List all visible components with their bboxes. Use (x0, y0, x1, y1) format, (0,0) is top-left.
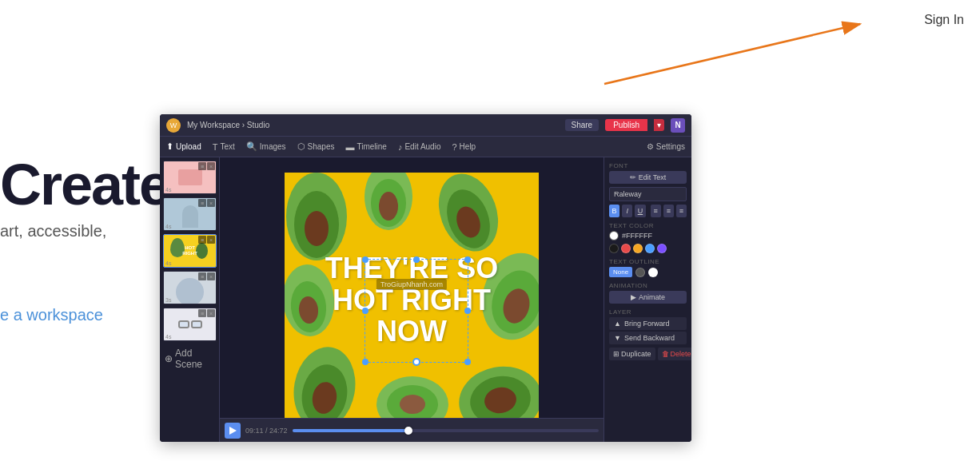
trash-icon: 🗑 (662, 350, 669, 358)
font-section-label: FONT (609, 162, 687, 169)
gear-icon: ⚙ (647, 142, 654, 151)
hero-section: Create art, accessible, e a workspace (0, 156, 136, 324)
font-section: FONT ✏ Edit Text Raleway B I U ≡ ≡ ≡ (609, 162, 687, 217)
timeline-track[interactable] (293, 429, 599, 432)
hero-subtitle: art, accessible, (0, 220, 136, 242)
text-outline-section: TEXT OUTLINE None (609, 258, 687, 277)
right-panel: FONT ✏ Edit Text Raleway B I U ≡ ≡ ≡ (604, 157, 691, 442)
timeline-thumb[interactable] (404, 427, 412, 435)
svg-point-8 (379, 192, 398, 221)
studio-toolbar: ⬆ Upload T Text 🔍 Images ⬡ Shapes ▬ Time… (160, 137, 691, 157)
timeline-icon: ▬ (346, 142, 355, 152)
slide-delete-icon[interactable]: × (207, 162, 215, 170)
images-icon: 🔍 (246, 141, 257, 152)
canvas-text-overlay[interactable]: THEY'RE SO HOT RIGHT NOW (324, 252, 500, 348)
align-left-button[interactable]: ≡ (651, 205, 661, 217)
bold-button[interactable]: B (609, 205, 619, 217)
timeline-bar: 09:11 / 24:72 (220, 418, 604, 442)
text-outline-label: TEXT OUTLINE (609, 258, 687, 265)
send-backward-button[interactable]: ▼ Send Backward (609, 332, 687, 344)
upload-icon: ⬆ (166, 141, 173, 152)
slides-panel: ≡ × 4s ≡ × 4s H (160, 157, 220, 442)
settings-button[interactable]: ⚙ Settings (647, 142, 685, 151)
slide-move-icon[interactable]: ≡ (198, 272, 206, 280)
underline-button[interactable]: U (635, 205, 645, 217)
slide-item[interactable]: ≡ × 3s (163, 271, 217, 304)
animation-label: ANIMATION (609, 282, 687, 289)
studio-body: ≡ × 4s ≡ × 4s H (160, 157, 691, 442)
send-backward-icon: ▼ (614, 334, 621, 342)
toolbar-help[interactable]: ? Help (452, 142, 476, 152)
studio-topbar: W My Workspace › Studio Share Publish ▾ … (160, 114, 691, 137)
edit-text-button[interactable]: ✏ Edit Text (609, 171, 687, 184)
slide-move-icon[interactable]: ≡ (198, 199, 206, 207)
toolbar-timeline[interactable]: ▬ Timeline (346, 142, 387, 152)
animate-button[interactable]: ▶ Animate (609, 291, 687, 304)
share-button[interactable]: Share (565, 119, 600, 131)
font-selector[interactable]: Raleway (609, 187, 687, 201)
slide-item[interactable]: ≡ × 4s (163, 161, 217, 194)
duplicate-button[interactable]: ⊞ Duplicate (609, 348, 655, 360)
play-button[interactable] (225, 423, 241, 439)
color-swatch-red[interactable] (621, 244, 631, 253)
layer-label: LAYER (609, 308, 687, 316)
slide-item-active[interactable]: HOTRIGHT ≡ × 4s (163, 234, 217, 268)
slide-delete-icon[interactable]: × (207, 236, 215, 244)
slide-delete-icon[interactable]: × (207, 272, 215, 280)
toolbar-shapes[interactable]: ⬡ Shapes (297, 141, 335, 152)
timeline-progress (293, 429, 409, 432)
toolbar-images[interactable]: 🔍 Images (246, 141, 286, 152)
canvas-watermark: TroGiupNhanh.com (376, 279, 447, 290)
user-avatar-button[interactable]: N (671, 118, 685, 133)
animation-section: ANIMATION ▶ Animate (609, 282, 687, 304)
publish-button[interactable]: Publish (605, 119, 647, 131)
add-scene-button[interactable]: ⊕ Add Scene (163, 344, 216, 373)
canvas-area: THEY'RE SO HOT RIGHT NOW TroGiupNhanh.co… (220, 157, 604, 442)
play-icon (229, 427, 237, 435)
outline-swatch-dark[interactable] (635, 268, 645, 277)
italic-button[interactable]: I (622, 205, 632, 217)
audio-icon: ♪ (398, 142, 403, 152)
slide-move-icon[interactable]: ≡ (198, 236, 206, 244)
bring-forward-button[interactable]: ▲ Bring Forward (609, 317, 687, 330)
toolbar-upload[interactable]: ⬆ Upload (166, 141, 201, 152)
color-swatch-blue[interactable] (645, 244, 655, 253)
color-swatch-orange[interactable] (633, 244, 643, 253)
align-center-button[interactable]: ≡ (663, 205, 674, 217)
animate-icon: ▶ (631, 293, 636, 301)
align-right-button[interactable]: ≡ (676, 205, 687, 217)
delete-button[interactable]: 🗑 Delete (658, 348, 691, 360)
pencil-icon: ✏ (630, 173, 636, 181)
text-color-label: TEXT COLOR (609, 222, 687, 229)
slide-item[interactable]: ≡ × 4s (163, 308, 217, 341)
studio-container: W My Workspace › Studio Share Publish ▾ … (160, 114, 691, 442)
outline-none-button[interactable]: None (609, 267, 632, 277)
top-bar: Sign In (0, 0, 980, 40)
color-preview[interactable] (609, 231, 619, 240)
sign-in-link[interactable]: Sign In (924, 13, 964, 27)
toolbar-edit-audio[interactable]: ♪ Edit Audio (398, 142, 441, 152)
slide-move-icon[interactable]: ≡ (198, 162, 206, 170)
slide-delete-icon[interactable]: × (207, 199, 215, 207)
time-display: 09:11 / 24:72 (245, 427, 288, 435)
add-icon: ⊕ (165, 353, 173, 364)
hero-create-text: Create (0, 156, 136, 213)
slide-move-icon[interactable]: ≡ (198, 309, 206, 317)
slide-item[interactable]: ≡ × 4s (163, 197, 217, 231)
toolbar-text[interactable]: T Text (213, 142, 235, 152)
canvas-frame[interactable]: THEY'RE SO HOT RIGHT NOW TroGiupNhanh.co… (285, 173, 539, 427)
svg-point-5 (305, 211, 329, 246)
duplicate-icon: ⊞ (613, 350, 619, 358)
outline-swatch-white[interactable] (648, 268, 658, 277)
color-hex-value: #FFFFFF (622, 232, 652, 240)
color-swatch-black[interactable] (609, 244, 619, 253)
color-swatch-purple[interactable] (657, 244, 667, 253)
bring-forward-icon: ▲ (614, 320, 621, 328)
slide-delete-icon[interactable]: × (207, 309, 215, 317)
text-icon: T (213, 142, 218, 152)
publish-dropdown-button[interactable]: ▾ (654, 119, 664, 131)
text-color-section: TEXT COLOR #FFFFFF (609, 222, 687, 253)
help-icon: ? (452, 142, 456, 152)
workspace-avatar: W (166, 118, 181, 133)
hero-workspace-link[interactable]: e a workspace (0, 306, 136, 324)
